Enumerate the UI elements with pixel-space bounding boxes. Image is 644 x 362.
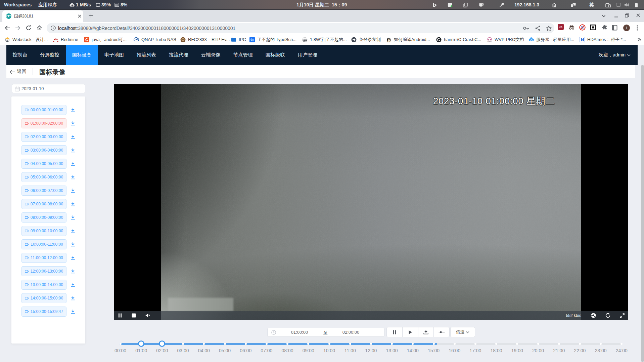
svg-text:WVP-PRO: WVP-PRO (488, 41, 492, 42)
svg-text:知: 知 (250, 38, 254, 42)
svg-text:C: C (85, 38, 88, 42)
